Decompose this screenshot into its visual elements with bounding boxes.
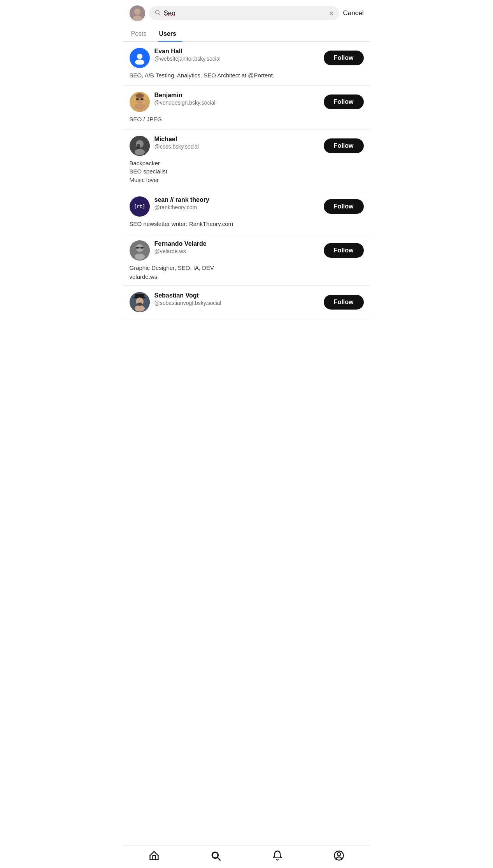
user-bio: SEO / JPEG: [130, 115, 364, 124]
svg-point-28: [135, 305, 145, 312]
svg-rect-17: [137, 144, 140, 149]
user-handle: @vendeesign.bsky.social: [154, 100, 319, 106]
tabs-bar: Posts Users: [123, 26, 370, 42]
follow-button[interactable]: Follow: [324, 138, 364, 153]
follow-button[interactable]: Follow: [324, 295, 364, 310]
svg-line-4: [159, 14, 160, 15]
user-bio: Graphic Designer, SEO, IA, DEV: [130, 264, 364, 272]
search-clear-icon[interactable]: ✕: [329, 10, 334, 17]
user-info: Sebastian Vogt @sebastianvogt.bsky.socia…: [154, 292, 319, 306]
user-bio: Backpacker SEO specialist Music lover: [130, 159, 364, 184]
tab-posts[interactable]: Posts: [130, 26, 153, 41]
follow-button[interactable]: Follow: [324, 51, 364, 65]
user-handle: @coss.bsky.social: [154, 144, 319, 150]
list-item: Benjamin @vendeesign.bsky.social Follow …: [123, 86, 370, 130]
user-info: sean // rank theory @ranktheory.com: [154, 196, 319, 210]
list-item: [rt] sean // rank theory @ranktheory.com…: [123, 190, 370, 234]
search-input[interactable]: [164, 9, 326, 17]
user-name: Michael: [154, 136, 319, 143]
avatar: [rt]: [130, 196, 150, 217]
user-info: Evan Hall @websitejanitor.bsky.social: [154, 48, 319, 62]
user-handle: @sebastianvogt.bsky.social: [154, 300, 319, 306]
avatar: [130, 92, 150, 112]
list-item: Fernando Velarde @velarde.ws Follow Grap…: [123, 234, 370, 286]
list-item: Michael @coss.bsky.social Follow Backpac…: [123, 130, 370, 190]
follow-button[interactable]: Follow: [324, 199, 364, 214]
svg-rect-26: [135, 294, 144, 298]
user-handle: @velarde.ws: [154, 248, 319, 254]
user-bio: SEO, A/B Testing, Analytics. SEO Archite…: [130, 71, 364, 80]
avatar: [130, 48, 150, 68]
svg-point-5: [137, 54, 142, 59]
svg-point-12: [134, 103, 145, 110]
user-handle: @ranktheory.com: [154, 204, 319, 210]
cancel-button[interactable]: Cancel: [343, 9, 364, 17]
avatar: [130, 136, 150, 156]
header: ✕ Cancel: [123, 0, 370, 25]
svg-point-16: [135, 149, 145, 155]
user-name: Evan Hall: [154, 48, 319, 55]
svg-point-10: [140, 98, 144, 100]
svg-point-1: [134, 9, 140, 15]
search-bar[interactable]: ✕: [149, 6, 339, 20]
user-name: sean // rank theory: [154, 196, 319, 203]
list-item: Sebastian Vogt @sebastianvogt.bsky.socia…: [123, 286, 370, 318]
search-icon: [154, 9, 161, 17]
svg-point-13: [135, 93, 144, 98]
user-name: Sebastian Vogt: [154, 292, 319, 299]
svg-point-6: [135, 60, 144, 65]
user-list: Evan Hall @websitejanitor.bsky.social Fo…: [123, 42, 370, 349]
user-info: Benjamin @vendeesign.bsky.social: [154, 92, 319, 106]
avatar: [130, 240, 150, 261]
svg-point-20: [135, 254, 145, 260]
follow-button[interactable]: Follow: [324, 243, 364, 258]
avatar: [130, 292, 150, 312]
user-bio: SEO newsletter writer: RankTheory.com: [130, 220, 364, 228]
avatar-text: [rt]: [134, 203, 145, 209]
follow-button[interactable]: Follow: [324, 94, 364, 109]
user-name: Fernando Velarde: [154, 240, 319, 247]
current-user-avatar[interactable]: [130, 5, 145, 21]
user-name: Benjamin: [154, 92, 319, 99]
svg-point-9: [136, 98, 139, 100]
user-info: Fernando Velarde @velarde.ws: [154, 240, 319, 254]
user-link: velarde.ws: [130, 273, 364, 280]
tab-users[interactable]: Users: [158, 26, 182, 41]
list-item: Evan Hall @websitejanitor.bsky.social Fo…: [123, 42, 370, 86]
user-info: Michael @coss.bsky.social: [154, 136, 319, 150]
user-handle: @websitejanitor.bsky.social: [154, 56, 319, 62]
svg-point-29: [137, 303, 142, 306]
svg-point-22: [140, 247, 144, 248]
svg-point-21: [136, 247, 139, 248]
